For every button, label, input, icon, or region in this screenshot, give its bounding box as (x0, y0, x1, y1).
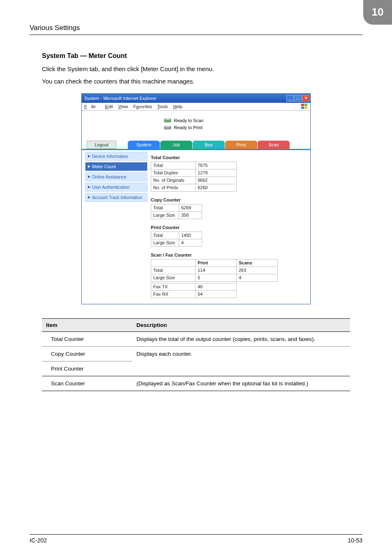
tab-job[interactable]: Job (160, 141, 192, 149)
section-copy-counter: Copy Counter (151, 197, 301, 202)
menu-edit[interactable]: Edit (105, 104, 113, 109)
tab-scan[interactable]: Scan (258, 141, 290, 149)
status-print: Ready to Print (174, 125, 203, 130)
sidebar-item-user-auth[interactable]: User Authentication (85, 183, 148, 192)
sidebar-item-meter-count[interactable]: Meter Count (85, 162, 148, 171)
svg-rect-1 (304, 104, 307, 106)
description-table: Item Description Total Counter Displays … (42, 318, 350, 391)
svg-rect-0 (301, 104, 304, 106)
window-title: System - Microsoft Internet Explorer (84, 96, 156, 101)
row-print-counter: Print Counter (42, 361, 132, 376)
svg-rect-7 (166, 125, 170, 127)
footer-page: 10-53 (348, 537, 362, 544)
printer-icon (164, 125, 171, 130)
menu-favorites[interactable]: Favorites (134, 104, 152, 109)
svg-rect-3 (304, 107, 307, 109)
table-copy-counter: Total6269 Large Size358 (151, 204, 202, 219)
scanner-icon (164, 118, 171, 123)
page-section-title: Various Settings (30, 24, 80, 32)
section-total-counter: Total Counter (151, 155, 301, 160)
sidebar-item-device-info[interactable]: Device Information (85, 152, 148, 161)
table-print-counter: Total1492 Large Size4 (151, 232, 202, 247)
windows-flag-icon (301, 104, 308, 109)
col-description: Description (132, 318, 350, 331)
footer-model: IC-202 (30, 537, 47, 544)
minimize-icon[interactable]: _ (286, 95, 294, 102)
row-scan-counter-desc: (Displayed as Scan/Fax Counter when the … (132, 376, 350, 391)
svg-rect-2 (301, 107, 304, 109)
menu-file[interactable]: File (84, 104, 100, 109)
row-copy-print-desc: Displays each counter. (132, 346, 350, 376)
row-total-counter: Total Counter (42, 331, 132, 346)
tab-system[interactable]: System (128, 141, 160, 149)
paragraph-1: Click the System tab, and then click [Me… (42, 65, 350, 74)
row-copy-counter: Copy Counter (42, 346, 132, 361)
section-print-counter: Print Counter (151, 225, 301, 230)
status-scan: Ready to Scan (174, 118, 203, 123)
ie-titlebar: System - Microsoft Internet Explorer _ □… (82, 94, 310, 103)
sidebar-item-online-assistance[interactable]: Online Assistance (85, 172, 148, 181)
tab-print[interactable]: Print (225, 141, 257, 149)
maximize-icon[interactable]: □ (294, 95, 302, 102)
ie-menubar: File Edit View Favorites Tools Help (82, 103, 310, 111)
chapter-badge: 10 (363, 0, 392, 25)
close-icon[interactable]: ✕ (302, 95, 309, 102)
tab-box[interactable]: Box (193, 141, 225, 149)
section-scan-fax-counter: Scan / Fax Counter (151, 253, 301, 257)
sidebar-item-account-track[interactable]: Account Track Information (85, 193, 148, 202)
row-scan-counter: Scan Counter (42, 376, 132, 391)
table-scan-fax-print-scans: PrintScans Total114263 Large Size54 (151, 259, 278, 282)
svg-rect-6 (164, 126, 171, 129)
menu-help[interactable]: Help (173, 104, 182, 109)
col-item: Item (42, 318, 132, 331)
section-heading: System Tab — Meter Count (42, 52, 350, 60)
menu-view[interactable]: View (118, 104, 128, 109)
ie-window: System - Microsoft Internet Explorer _ □… (81, 93, 311, 304)
sidebar: Device Information Meter Count Online As… (82, 150, 151, 304)
table-total-counter: Total7875 Total Duplex1279 No. of Origin… (151, 162, 237, 192)
row-total-counter-desc: Displays the total of the output counter… (132, 331, 350, 346)
menu-tools[interactable]: Tools (157, 104, 168, 109)
paragraph-2: You can check the counters that this mac… (42, 77, 350, 86)
table-scan-fax-txrx: Fax TX46 Fax RX54 (151, 283, 237, 298)
logout-button[interactable]: Logout (87, 141, 116, 149)
svg-rect-5 (165, 118, 170, 120)
